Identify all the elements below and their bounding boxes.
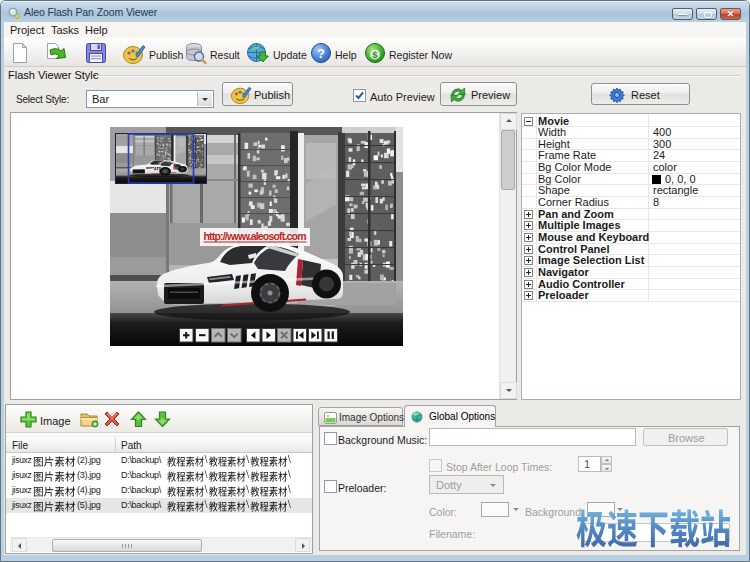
svg-text:http://www.aleosoft.com: http://www.aleosoft.com xyxy=(204,230,307,242)
svg-text:$: $ xyxy=(372,49,378,60)
svg-text:?: ? xyxy=(317,46,325,61)
